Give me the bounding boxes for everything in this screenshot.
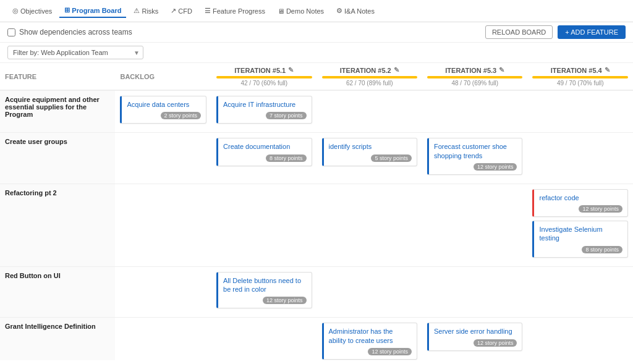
iter53-cell: Forecast customer shoe shopping trends 1… [422, 133, 527, 184]
story-card[interactable]: Investigate Selenium testing 8 story poi… [532, 221, 628, 258]
story-card[interactable]: identify scripts 5 story points [322, 138, 417, 166]
iter54-cell [527, 266, 633, 318]
story-card-title: Acquire IT infrastructure [223, 100, 306, 109]
story-card-title: identify scripts [329, 142, 412, 151]
iter53-cell [422, 90, 527, 133]
nav-item-demo-notes[interactable]: 🖥 Demo Notes [273, 5, 329, 17]
story-points-badge: 12 story points [474, 339, 517, 347]
table-row: Grant Intelligence Definition Administra… [0, 318, 633, 360]
story-card-title: Administrator has the ability to create … [329, 327, 412, 345]
story-points-badge: 12 story points [579, 205, 622, 213]
feature-cell: Refactoring pt 2 [0, 184, 115, 266]
iter51-cell: Acquire IT infrastructure 7 story points [211, 90, 316, 133]
toolbar: Show dependencies across teams RELOAD BO… [0, 22, 633, 43]
story-points-badge: 12 story points [368, 348, 412, 355]
story-card[interactable]: Server side error handling 12 story poin… [427, 323, 522, 350]
nav-item-ia-notes[interactable]: ⚙ I&A Notes [331, 4, 380, 17]
top-nav: ◎ Objectives ⊞ Program Board ⚠ Risks ↗ C… [0, 0, 633, 22]
nav-item-program-board[interactable]: ⊞ Program Board [59, 4, 126, 18]
risks-icon: ⚠ [134, 7, 140, 15]
iter51-column-header: ITERATION #5.1 ✎ 42 / 70 (60% full) [211, 63, 316, 90]
objectives-icon: ◎ [12, 7, 19, 15]
story-points-badge: 12 story points [263, 297, 307, 304]
feature-cell: Red Button on UI [0, 266, 115, 318]
iter54-column-header: ITERATION #5.4 ✎ 49 / 70 (70% full) [527, 63, 633, 90]
story-points-badge: 12 story points [474, 163, 517, 171]
story-card[interactable]: Forecast customer shoe shopping trends 1… [427, 138, 522, 175]
story-card-title: Create documentation [223, 142, 306, 151]
backlog-cell [115, 318, 211, 360]
reload-board-button[interactable]: RELOAD BOARD [485, 25, 553, 39]
program-board-icon: ⊞ [64, 6, 70, 14]
iter51-edit-icon[interactable]: ✎ [288, 66, 294, 74]
story-card[interactable]: Create documentation 8 story points [216, 138, 312, 166]
toolbar-left: Show dependencies across teams [7, 28, 132, 36]
story-card-title: All Delete buttons need to be red in col… [223, 276, 306, 294]
iter52-column-header: ITERATION #5.2 ✎ 62 / 70 (89% full) [317, 63, 422, 90]
iter54-cell [527, 90, 633, 133]
iter52-edit-icon[interactable]: ✎ [394, 66, 399, 74]
feature-progress-icon: ☰ [205, 7, 211, 15]
iter53-cell [422, 266, 527, 318]
iter51-cell: Create documentation 8 story points [211, 133, 316, 184]
story-card-title: Acquire data centers [127, 100, 201, 109]
show-dependencies-label: Show dependencies across teams [19, 28, 132, 36]
story-card-title: Investigate Selenium testing [539, 225, 622, 243]
iter54-edit-icon[interactable]: ✎ [605, 66, 610, 74]
demo-notes-icon: 🖥 [278, 7, 284, 15]
backlog-cell: Acquire data centers 2 story points [115, 90, 211, 133]
iter53-cell: Server side error handling 12 story poin… [422, 318, 527, 360]
feature-cell: Grant Intelligence Definition [0, 318, 115, 360]
feature-column-header: FEATURE [0, 63, 115, 90]
iter53-edit-icon[interactable]: ✎ [499, 66, 504, 74]
ia-notes-icon: ⚙ [336, 7, 342, 15]
story-card[interactable]: Acquire data centers 2 story points [120, 96, 206, 124]
table-row: Acquire equipment and other essential su… [0, 90, 633, 133]
story-card[interactable]: All Delete buttons need to be red in col… [216, 272, 312, 309]
feature-cell: Acquire equipment and other essential su… [0, 90, 115, 133]
story-points-badge: 5 story points [371, 154, 412, 162]
backlog-column-header: BACKLOG [115, 63, 211, 90]
cfd-icon: ↗ [171, 7, 176, 15]
story-points-badge: 7 story points [266, 112, 307, 119]
nav-item-feature-progress[interactable]: ☰ Feature Progress [200, 4, 270, 17]
add-feature-button[interactable]: + ADD FEATURE [558, 25, 626, 39]
board: FEATURE BACKLOG ITERATION #5.1 ✎ 42 / 70… [0, 63, 633, 360]
iter52-cell: Administrator has the ability to create … [317, 318, 422, 360]
iter54-cell: refactor code 12 story points Investigat… [527, 184, 633, 266]
story-card[interactable]: refactor code 12 story points [532, 189, 628, 217]
story-card-title: refactor code [539, 193, 622, 202]
nav-item-risks[interactable]: ⚠ Risks [129, 4, 163, 17]
iter51-cell: All Delete buttons need to be red in col… [211, 266, 316, 318]
toolbar-right: RELOAD BOARD + ADD FEATURE [485, 25, 626, 39]
backlog-cell [115, 133, 211, 184]
filter-select[interactable]: Filter by: Web Application Team [7, 46, 143, 59]
iter54-cell [527, 133, 633, 184]
backlog-cell [115, 184, 211, 266]
story-card-title: Server side error handling [434, 327, 517, 336]
backlog-cell [115, 266, 211, 318]
nav-item-cfd[interactable]: ↗ CFD [166, 4, 197, 17]
feature-cell: Create user groups [0, 133, 115, 184]
story-card-title: Forecast customer shoe shopping trends [434, 142, 517, 160]
story-points-badge: 8 story points [266, 154, 307, 162]
nav-item-objectives[interactable]: ◎ Objectives [7, 4, 57, 17]
iter53-cell [422, 184, 527, 266]
iter51-cell [211, 318, 316, 360]
iter53-column-header: ITERATION #5.3 ✎ 48 / 70 (69% full) [422, 63, 527, 90]
iter52-cell: identify scripts 5 story points [317, 133, 422, 184]
iter51-cell [211, 184, 316, 266]
table-row: Refactoring pt 2 refactor code 12 story … [0, 184, 633, 266]
table-row: Create user groups Create documentation … [0, 133, 633, 184]
story-points-badge: 2 story points [161, 112, 202, 119]
iter52-cell [317, 266, 422, 318]
iter52-cell [317, 90, 422, 133]
story-points-badge: 8 story points [582, 246, 622, 253]
story-card[interactable]: Administrator has the ability to create … [322, 323, 417, 360]
iter54-cell [527, 318, 633, 360]
filter-bar: Filter by: Web Application Team ▼ [0, 43, 633, 63]
story-card[interactable]: Acquire IT infrastructure 7 story points [216, 96, 312, 124]
iter52-cell [317, 184, 422, 266]
table-row: Red Button on UI All Delete buttons need… [0, 266, 633, 318]
show-dependencies-checkbox[interactable] [7, 28, 15, 36]
